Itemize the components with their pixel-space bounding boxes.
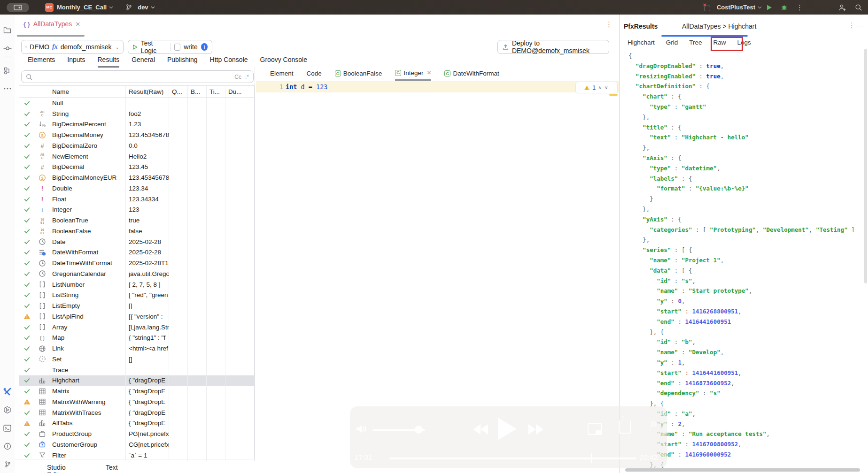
search-field[interactable]: Cc .* (21, 70, 254, 83)
table-row-bigdecimalmoneyeur[interactable]: $BigDecimalMoneyEUR123.45345678 (19, 172, 254, 183)
table-row-matrix[interactable]: Matrix{ "dragDropE (19, 386, 254, 397)
project-tool-icon[interactable] (3, 26, 12, 35)
tab-inputs[interactable]: Inputs (67, 56, 85, 66)
table-row-date[interactable]: Date2025-02-28 (19, 236, 254, 247)
column-header[interactable]: Du... (225, 86, 254, 97)
table-row-float[interactable]: !Float123.34334 (19, 194, 254, 205)
bottom-tab-text[interactable]: Text (106, 464, 118, 471)
table-row-matrixwithtraces[interactable]: MatrixWithTraces{ "dragDropE (19, 407, 254, 418)
add-user-button[interactable] (838, 4, 846, 11)
tab-elements[interactable]: Elements (28, 56, 55, 66)
run-config-selector[interactable]: CostPlusTest (717, 4, 755, 11)
run-button[interactable] (766, 4, 772, 11)
table-row-highchart[interactable]: Highchart{ "dragDropE (19, 375, 254, 386)
view-tab-tree[interactable]: Tree (689, 39, 702, 51)
table-row-gregoriancalendar[interactable]: GregorianCalendarjava.util.Grego (19, 268, 254, 279)
column-header[interactable]: Ti... (207, 86, 225, 97)
table-row-booleanfalse[interactable]: 1001BooleanFalsefalse (19, 226, 254, 236)
vcs-tool-icon[interactable] (3, 460, 12, 469)
more-actions-button[interactable]: ⋮ (796, 3, 803, 12)
row-result (126, 365, 169, 375)
tab-publishing[interactable]: Publishing (167, 56, 198, 66)
table-row-alltabs[interactable]: !AllTabs{ "dragDropE (19, 418, 254, 429)
column-header[interactable]: Q... (169, 86, 188, 97)
tab-options-kebab-icon[interactable]: ⋮ (605, 20, 612, 29)
table-row-bigdecimalmoney[interactable]: $BigDecimalMoney123.45345678 (19, 130, 254, 140)
editor-tab-booleanfalse[interactable]: GBooleanFalse (335, 67, 382, 81)
close-icon[interactable]: ✕ (426, 69, 431, 76)
horizontal-scrollbar[interactable] (625, 468, 860, 472)
problems-tool-icon[interactable] (3, 442, 12, 450)
editor-current-line[interactable]: 1 int d = 123 (256, 81, 619, 92)
search-input[interactable] (36, 73, 231, 81)
more-tool-icon[interactable] (3, 84, 12, 93)
deploy-button[interactable]: Deploy to DEMO@demofx_msmisek (497, 40, 609, 54)
table-row-set[interactable]: Set[] (19, 354, 254, 365)
terminal-tool-icon[interactable] (3, 424, 12, 433)
table-row-datetimewithformat[interactable]: DateTimeWithFormat2025-02-28T1 (19, 258, 254, 268)
error-stripe-mark[interactable] (609, 94, 618, 96)
panel-splitter[interactable] (255, 67, 255, 459)
table-row-listapifind[interactable]: !ListApiFind[{ "version" : (19, 311, 254, 322)
tab-groovy-console[interactable]: Groovy Console (260, 56, 307, 66)
tab-results[interactable]: Results (98, 56, 120, 68)
editor-tab-element[interactable]: Element (270, 67, 294, 81)
screen-capture-pill[interactable] (7, 3, 29, 12)
panel-options-kebab-icon[interactable]: ⋮ (848, 21, 855, 30)
table-row-newelement[interactable]: ABCNewElementHello2 (19, 151, 254, 162)
table-row-string[interactable]: ABCStringfoo2 (19, 108, 254, 119)
commit-tool-icon[interactable] (3, 44, 12, 53)
table-row-datewithformat[interactable]: DateWithFormat2025-02-28 (19, 247, 254, 258)
table-row-null[interactable]: Null (19, 98, 254, 108)
table-row-array[interactable]: Array[Ljava.lang.Str (19, 322, 254, 333)
prev-next-warning-icons[interactable]: ∧ ∨ (598, 85, 609, 90)
column-header[interactable]: Result(Raw) (126, 86, 169, 97)
table-row-integer[interactable]: iInteger123 (19, 205, 254, 215)
editor-tab-code[interactable]: Code (307, 67, 322, 81)
project-selector[interactable]: Monthly_CE_Call (57, 4, 107, 11)
match-case-toggle[interactable]: Cc (234, 74, 241, 80)
table-row-bigdecimalpercent[interactable]: %BigDecimalPercent1.23 (19, 119, 254, 130)
table-row-double[interactable]: !Double123.34 (19, 183, 254, 194)
content-tab-breadcrumb[interactable]: AllDataTypes > Highchart (682, 23, 756, 30)
info-icon[interactable]: i (201, 43, 208, 51)
table-row-customergroup[interactable]: CustomerGroupCG[net.pricefx (19, 439, 254, 450)
editor-tab-integer[interactable]: GInteger✕ (395, 67, 431, 81)
search-everywhere-button[interactable] (855, 4, 862, 11)
table-row-listempty[interactable]: ListEmpty[] (19, 300, 254, 311)
table-row-bigdecimal[interactable]: #BigDecimal123.45 (19, 162, 254, 173)
table-row-matrixwithwarning[interactable]: !MatrixWithWarning{ "dragDropE (19, 397, 254, 407)
file-tab-alldatatypes[interactable]: { } AllDataTypes ✕ (23, 20, 80, 28)
view-tab-grid[interactable]: Grid (666, 39, 678, 51)
table-row-listnumber[interactable]: ListNumber[ 2, 7, 5, 8 ] (19, 279, 254, 290)
debug-button[interactable] (781, 4, 788, 11)
hide-panel-icon[interactable]: — (857, 22, 864, 29)
table-row-bigdecimalzero[interactable]: #BigDecimalZero0.0 (19, 140, 254, 151)
table-row-link[interactable]: Link<html><a href (19, 343, 254, 354)
write-checkbox[interactable] (174, 44, 181, 51)
bottom-tab-studio-editor[interactable]: Studio Editor (47, 464, 66, 473)
environment-selector-button[interactable]: DEMO fx demofx_msmisek ⌄ (21, 40, 124, 54)
column-header[interactable]: Name (49, 86, 126, 97)
run-tool-icon[interactable] (3, 405, 12, 414)
view-tab-highchart[interactable]: Highchart (628, 39, 655, 51)
branch-selector[interactable]: dev (125, 4, 155, 11)
table-row-productgroup[interactable]: ProductGroupPG[net.pricefx (19, 428, 254, 439)
tab-http-console[interactable]: Http Console (210, 56, 248, 66)
test-logic-button[interactable]: Test Logic (141, 39, 167, 54)
column-header[interactable]: B... (188, 86, 207, 97)
buildtools-tool-icon[interactable] (3, 387, 12, 396)
table-row-booleantrue[interactable]: 1001BooleanTruetrue (19, 215, 254, 226)
vertical-scrollbar[interactable] (864, 49, 867, 283)
table-row-trace[interactable]: Trace (19, 365, 254, 375)
tab-general[interactable]: General (132, 56, 155, 66)
editor-tab-datewithformat[interactable]: GDateWithFormat (444, 67, 499, 81)
inspection-widget[interactable]: ! 1 ∧ ∨ (575, 82, 618, 93)
exclaim-type-icon: ! (35, 194, 49, 205)
close-icon[interactable]: ✕ (75, 21, 80, 28)
structure-tool-icon[interactable] (3, 66, 12, 75)
table-row-map[interactable]: { }Map{ "string1" : "f (19, 333, 254, 343)
table-row-liststring[interactable]: ListString[ "red", "green (19, 290, 254, 301)
raw-json-view[interactable]: { "dragDropEnabled" : true, "resizingEna… (628, 51, 860, 470)
regex-toggle[interactable]: .* (245, 74, 249, 80)
